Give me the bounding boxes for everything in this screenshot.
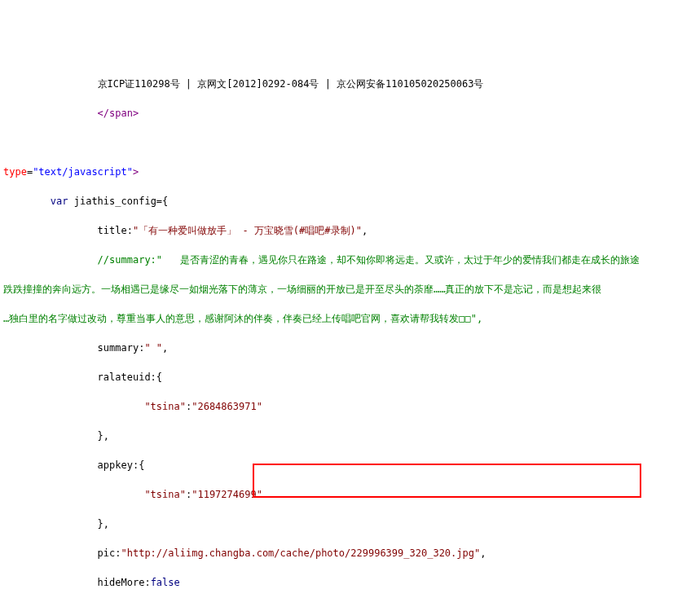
code-line-3: type="text/javascript"> [3, 165, 697, 179]
code-container: { "line1": " 京ICP证110298号 | 京网文[2012]029… [3, 18, 697, 589]
code-line-1: 京ICP证110298号 | 京网文[2012]0292-084号 | 京公网安… [3, 77, 697, 91]
code-line-5: title:"「有一种爱叫做放手」 - 万宝晓雪(#唱吧#录制)", [3, 223, 697, 238]
code-line-11: "tsina":"2684863971" [3, 399, 697, 414]
code-line-17: hideMore:false [3, 575, 697, 589]
code-line-10: ralateuid:{ [3, 370, 697, 385]
code-line-15: }, [3, 516, 697, 531]
code-line-12: }, [3, 429, 697, 443]
code-line-13: appkey:{ [3, 458, 697, 473]
code-line-2: </span> [3, 106, 697, 121]
code-blank [3, 135, 697, 150]
code-line-6: //summary:" 是否青涩的青春，遇见你只在路途，却不知你即将远走。又或许… [3, 253, 697, 267]
code-line-7: 跌跌撞撞的奔向远方。一场相遇已是缘尽一如烟光落下的薄京，一场细丽的开放已是开至尽… [3, 282, 697, 297]
code-line-14: "tsina":"1197274699" [3, 487, 697, 502]
code-line-9: summary:" ", [3, 341, 697, 355]
code-line-16: pic:"http://aliimg.changba.com/cache/pho… [3, 546, 697, 560]
code-line-8: …独白里的名字做过改动，尊重当事人的意思，感谢阿沐的伴奏，伴奏已经上传唱吧官网，… [3, 311, 697, 326]
code-line-4: var jiathis_config={ [3, 194, 697, 209]
